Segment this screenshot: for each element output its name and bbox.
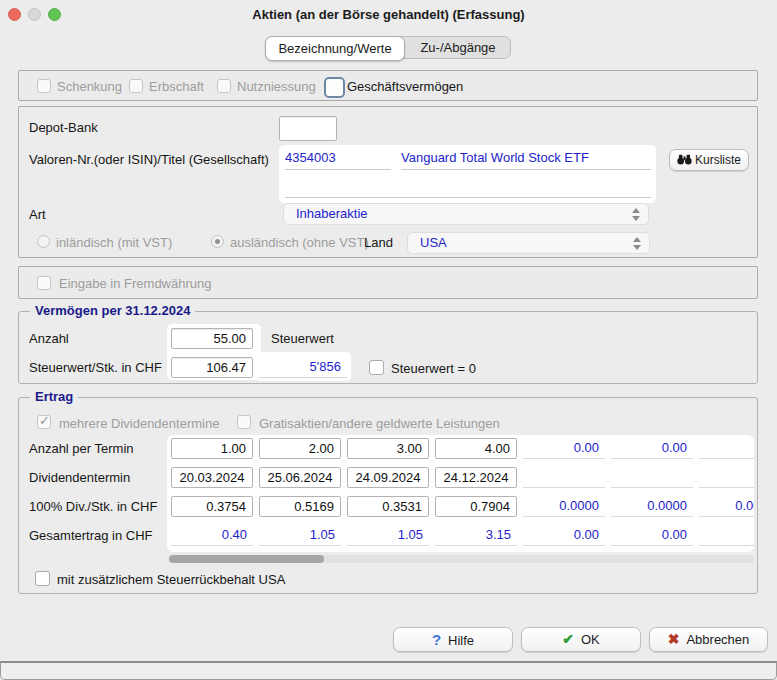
geschaeftsvermoegen-checkbox[interactable] [324, 77, 345, 98]
table-cell: 0.0000 [699, 496, 754, 517]
table-cell[interactable]: 2.00 [259, 438, 341, 459]
vermoegen-group: Vermögen per 31.12.2024 Anzahl 55.00 Ste… [18, 311, 758, 384]
form-section: Depot-Bank Valoren-Nr.(oder ISIN)/Titel … [18, 106, 758, 258]
steuerwert-null-checkbox[interactable] [369, 360, 384, 375]
nutzniessung-checkbox[interactable] [217, 79, 231, 93]
tab-bar: Bezeichnung/Werte Zu-/Abgänge [265, 36, 511, 59]
table-cell: 3.15 [435, 525, 517, 546]
table-cell: 1.05 [347, 525, 429, 546]
table-cell[interactable] [523, 467, 605, 488]
table-cell[interactable]: 25.06.2024 [259, 467, 341, 488]
table-cell: 0.00 [611, 525, 693, 546]
schenkung-label: Schenkung [57, 79, 122, 94]
chevron-up-down-icon [632, 208, 640, 221]
table-cell: 0.0000 [523, 496, 605, 517]
table-cell: 0.00 [523, 525, 605, 546]
radio-selected-dot [215, 239, 220, 244]
erbschaft-checkbox[interactable] [129, 79, 143, 93]
table-horizontal-scrollbar[interactable] [169, 555, 754, 563]
ertrag-title: Ertrag [30, 389, 78, 404]
table-cell[interactable]: 1.00 [171, 438, 253, 459]
table-cell[interactable]: 24.09.2024 [347, 467, 429, 488]
table-horizontal-scrollbar-thumb[interactable] [169, 555, 324, 563]
art-select[interactable]: Inhaberaktie [283, 203, 649, 225]
table-cell[interactable] [699, 467, 754, 488]
dividenden-table: 1.00 2.00 3.00 4.00 0.00 0.00 20.03.2024… [167, 435, 754, 552]
land-value: USA [420, 235, 447, 250]
titel-zeile2-input[interactable] [285, 176, 651, 198]
cross-icon: ✖ [668, 631, 680, 647]
dialog-window: Aktien (an der Börse gehandelt) (Erfassu… [0, 0, 777, 680]
tab-zu-abgaenge[interactable]: Zu-/Abgänge [405, 37, 511, 58]
titel-input[interactable]: Vanguard Total World Stock ETF [401, 148, 651, 170]
inlaendisch-label: inländisch (mit VST) [56, 235, 172, 250]
gratisaktien-checkbox[interactable] [237, 415, 251, 429]
table-cell[interactable]: 0.3754 [171, 496, 253, 517]
art-label: Art [29, 207, 46, 222]
row-label-anzahl-per-termin: Anzahl per Termin [29, 441, 134, 456]
row-label-dividendentermin: Dividendentermin [29, 470, 130, 485]
steuerwert-stk-input[interactable]: 106.47 [171, 357, 253, 378]
check-icon: ✔ [562, 631, 574, 647]
hilfe-button[interactable]: ?Hilfe [393, 627, 513, 652]
table-cell: 0.0000 [611, 496, 693, 517]
nutzniessung-label: Nutzniessung [237, 79, 316, 94]
fremdwaehrung-section: Eingabe in Fremdwährung [18, 266, 758, 299]
table-cell[interactable]: 4.00 [435, 438, 517, 459]
ertrag-group: Ertrag ✓ mehrere Dividendentermine Grati… [18, 397, 758, 594]
hilfe-label: Hilfe [448, 633, 474, 648]
steuerrueckbehalt-usa-label: mit zusätzlichem Steuerrückbehalt USA [57, 572, 285, 587]
flags-section: Schenkung Erbschaft Nutzniessung Geschäf… [18, 70, 758, 101]
schenkung-checkbox[interactable] [37, 79, 51, 93]
inlaendisch-radio[interactable] [37, 235, 50, 248]
table-cell[interactable]: 0.5169 [259, 496, 341, 517]
art-value: Inhaberaktie [296, 206, 368, 221]
kursliste-button[interactable]: Kursliste [669, 149, 749, 171]
steuerwert-null-label: Steuerwert = 0 [391, 361, 476, 376]
vermoegen-title: Vermögen per 31.12.2024 [30, 303, 195, 318]
fremdwaehrung-checkbox[interactable] [37, 276, 51, 290]
steuerwert-stk-label: Steuerwert/Stk. in CHF [29, 360, 162, 375]
table-cell [699, 438, 754, 459]
abbrechen-button[interactable]: ✖Abbrechen [649, 627, 768, 652]
table-cell[interactable]: 24.12.2024 [435, 467, 517, 488]
table-cell: 0.40 [171, 525, 253, 546]
valoren-panel: 4354003 Vanguard Total World Stock ETF [279, 145, 656, 203]
land-label: Land [364, 235, 393, 250]
row-label-div-stk: 100% Div./Stk. in CHF [29, 499, 157, 514]
binoculars-icon [677, 154, 692, 165]
erbschaft-label: Erbschaft [149, 79, 204, 94]
row-label-gesamtertrag: Gesamtertrag in CHF [29, 528, 153, 543]
window-bottom-edge [0, 661, 777, 680]
steuerwert-header: Steuerwert [271, 331, 334, 346]
table-cell [699, 525, 754, 546]
window-title: Aktien (an der Börse gehandelt) (Erfassu… [0, 7, 777, 22]
anzahl-label: Anzahl [29, 331, 69, 346]
checkmark-icon: ✓ [39, 413, 50, 428]
steuerrueckbehalt-usa-checkbox[interactable] [35, 571, 50, 586]
abbrechen-label: Abbrechen [686, 632, 749, 647]
land-select[interactable]: USA [407, 232, 650, 254]
question-icon: ? [432, 631, 441, 648]
table-cell: 1.05 [259, 525, 341, 546]
table-cell[interactable]: 0.3531 [347, 496, 429, 517]
table-cell: 0.00 [611, 438, 693, 459]
table-cell[interactable]: 20.03.2024 [171, 467, 253, 488]
table-cell[interactable]: 3.00 [347, 438, 429, 459]
mehrere-dividendentermine-checkbox[interactable]: ✓ [37, 415, 51, 429]
mehrere-dividendentermine-label: mehrere Dividendentermine [59, 416, 219, 431]
table-cell[interactable]: 0.7904 [435, 496, 517, 517]
anzahl-input[interactable]: 55.00 [171, 328, 253, 349]
depot-bank-label: Depot-Bank [29, 120, 98, 135]
auslaendisch-label: ausländisch (ohne VST) [230, 235, 369, 250]
table-cell[interactable] [611, 467, 693, 488]
gratisaktien-label: Gratisaktien/andere geldwerte Leistungen [259, 416, 500, 431]
kursliste-label: Kursliste [695, 153, 741, 167]
depot-bank-input[interactable] [279, 116, 337, 141]
fremdwaehrung-label: Eingabe in Fremdwährung [59, 276, 211, 291]
tab-bezeichnung-werte[interactable]: Bezeichnung/Werte [265, 36, 405, 61]
valoren-nr-input[interactable]: 4354003 [285, 148, 391, 170]
valoren-label: Valoren-Nr.(oder ISIN)/Titel (Gesellscha… [29, 152, 269, 167]
ok-button[interactable]: ✔OK [521, 627, 641, 652]
auslaendisch-radio[interactable] [211, 235, 224, 248]
